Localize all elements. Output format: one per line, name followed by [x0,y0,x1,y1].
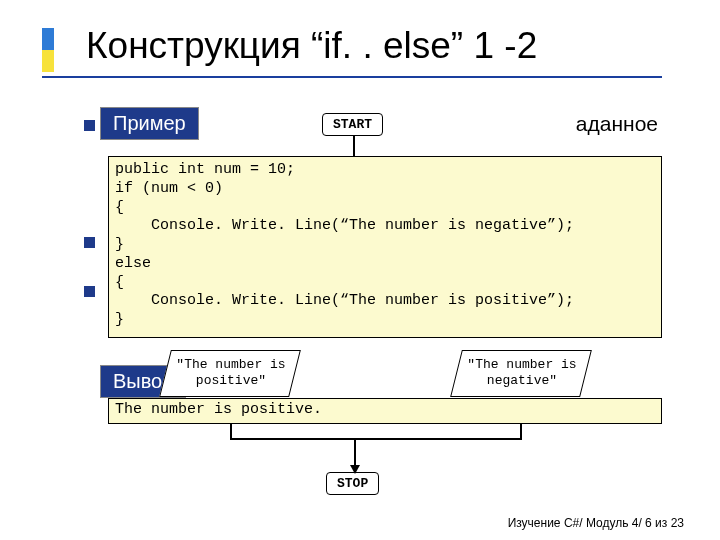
flowchart-output-positive-text: "The number is positive" [167,351,295,388]
flowchart-connector [354,438,356,468]
slide-footer: Изучение C#/ Модуль 4/ 6 из 23 [508,516,684,530]
bullet-icon [84,237,95,248]
arrow-down-icon [350,465,360,474]
bullet-icon [84,120,95,131]
bullet-icon [84,286,95,297]
title-underline [42,76,662,78]
flowchart-start: START [322,113,383,136]
title-accent-yellow [42,50,54,72]
title-accent-blue [42,28,54,50]
flowchart-stop: STOP [326,472,379,495]
background-text-fragment: аданное [576,112,658,136]
code-snippet: public int num = 10; if (num < 0) { Cons… [108,156,662,338]
flowchart-output-positive: "The number is positive" [159,350,301,397]
page-title: Конструкция “if. . else” 1 -2 [86,25,537,67]
flowchart-connector [230,438,522,440]
flowchart-output-negative: "The number is negative" [450,350,592,397]
output-text: The number is positive. [108,398,662,424]
flowchart-output-negative-text: "The number is negative" [458,351,586,388]
example-label: Пример [100,107,199,140]
flowchart-connector [353,136,355,156]
